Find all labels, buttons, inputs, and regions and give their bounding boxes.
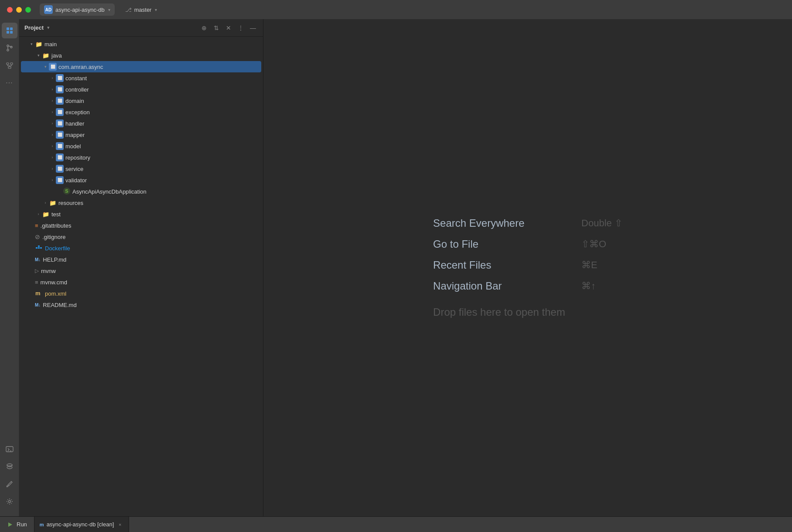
terminal-button[interactable]	[2, 441, 17, 457]
svg-rect-23	[36, 247, 38, 249]
sidebar-more-button[interactable]: ···	[2, 75, 17, 91]
branch-dropdown-icon: ▾	[155, 7, 157, 12]
minimize-sidebar-icon[interactable]: —	[248, 23, 258, 33]
run-tab[interactable]: Run	[0, 517, 34, 532]
svg-text:m: m	[35, 290, 41, 297]
script-icon-mvnw: ▷	[35, 268, 39, 274]
tree-label-pomxml: pom.xml	[45, 290, 258, 297]
sidebar-dropdown-icon[interactable]: ▾	[47, 25, 50, 31]
project-dropdown-icon: ▾	[108, 7, 110, 12]
package-icon-controller: ⬜	[56, 85, 64, 93]
tree-item-helpmd[interactable]: M↓ HELP.md	[21, 254, 261, 265]
tree-label-repository: repository	[65, 154, 258, 161]
tree-item-mvnwcmd[interactable]: ≡ mvnw.cmd	[21, 276, 261, 288]
tree-item-exception[interactable]: ⬜ exception	[21, 106, 261, 118]
tree-item-constant[interactable]: ⬜ constant	[21, 72, 261, 84]
branch-selector[interactable]: ⎇ master ▾	[125, 7, 157, 13]
tree-label-main-class: AsyncApiAsyncDbApplication	[72, 188, 258, 195]
tree-item-dockerfile[interactable]: Dockerfile	[21, 242, 261, 254]
markdown-icon-helpmd: M↓	[35, 257, 41, 262]
drop-label-text: Drop files here to open them	[433, 306, 565, 318]
tree-item-validator[interactable]: ⬜ validator	[21, 174, 261, 186]
tree-item-main-class[interactable]: S AsyncApiAsyncDbApplication	[21, 186, 261, 197]
tree-item-model[interactable]: ⬜ model	[21, 140, 261, 152]
package-icon-exception: ⬜	[56, 108, 64, 116]
tree-item-readmemd[interactable]: M↓ README.md	[21, 299, 261, 310]
sidebar-header-icons: ⊕ ⇅ ✕ ⋮ —	[199, 23, 258, 33]
shortcut-key-goto: ⇧⌘O	[581, 239, 606, 250]
svg-rect-15	[6, 447, 13, 452]
svg-text:S: S	[65, 188, 68, 194]
shortcut-key-search: Double ⇧	[581, 218, 622, 229]
close-file-tab-button[interactable]: ×	[116, 521, 123, 528]
tree-item-controller[interactable]: ⬜ controller	[21, 84, 261, 95]
drop-files-hint: Drop files here to open them	[433, 301, 565, 318]
tree-label-mvnw: mvnw	[41, 268, 258, 274]
sidebar-header: Project ▾ ⊕ ⇅ ✕ ⋮ —	[19, 19, 263, 37]
tree-label-dockerfile: Dockerfile	[45, 245, 258, 252]
minimize-window-button[interactable]	[16, 7, 22, 13]
tree-label-mvnwcmd: mvnw.cmd	[41, 279, 258, 286]
tree-arrow-controller	[49, 86, 56, 93]
spring-class-icon: S	[63, 187, 71, 196]
shortcut-label-goto: Go to File	[433, 238, 573, 250]
tree-arrow-main	[28, 41, 35, 48]
package-icon-validator: ⬜	[56, 176, 64, 184]
tree-item-main[interactable]: 📁 main	[21, 38, 261, 50]
editor-area: Search Everywhere Double ⇧ Go to File ⇧⌘…	[263, 19, 792, 516]
tree-arrow-constant	[49, 75, 56, 82]
sidebar-files-button[interactable]	[2, 23, 17, 38]
tree-label-constant: constant	[65, 75, 258, 82]
shortcut-navigation-bar: Navigation Bar ⌘↑	[433, 280, 596, 292]
shortcut-label-nav: Navigation Bar	[433, 280, 573, 292]
project-name: async-api-async-db	[55, 7, 105, 13]
svg-point-4	[7, 45, 9, 47]
tree-arrow-exception	[49, 109, 56, 116]
tree-item-gitattributes[interactable]: ≡ .gitattributes	[21, 220, 261, 231]
file-tab-clean[interactable]: m async-api-async-db [clean] ×	[34, 517, 129, 532]
tree-item-gitignore[interactable]: ⊘ .gitignore	[21, 231, 261, 242]
tree-arrow-repository	[49, 154, 56, 161]
shortcut-key-nav: ⌘↑	[581, 280, 596, 292]
locate-icon[interactable]: ⊕	[199, 23, 209, 33]
tree-item-handler[interactable]: ⬜ handler	[21, 118, 261, 129]
project-avatar: AD	[44, 5, 53, 14]
tree-label-domain: domain	[65, 98, 258, 104]
tree-item-resources[interactable]: 📁 resources	[21, 197, 261, 208]
svg-rect-2	[7, 31, 9, 34]
tree-item-pomxml[interactable]: m pom.xml	[21, 288, 261, 299]
database-button[interactable]	[2, 459, 17, 474]
sidebar-structure-button[interactable]	[2, 58, 17, 73]
maximize-window-button[interactable]	[25, 7, 31, 13]
tree-label-main: main	[44, 41, 258, 48]
close-sidebar-icon[interactable]: ✕	[224, 23, 233, 33]
svg-rect-9	[10, 63, 13, 65]
file-tab-label: async-api-async-db [clean]	[47, 521, 114, 528]
svg-point-20	[8, 501, 10, 503]
tree-item-test[interactable]: 📁 test	[21, 208, 261, 220]
tree-label-resources: resources	[58, 200, 258, 206]
build-button[interactable]	[2, 476, 17, 492]
svg-rect-25	[38, 246, 40, 247]
more-options-icon[interactable]: ⋮	[236, 23, 246, 33]
tree-item-package-root[interactable]: ⬜ com.amran.async	[21, 61, 261, 72]
shortcut-key-recent: ⌘E	[581, 259, 597, 271]
tree-item-mvnw[interactable]: ▷ mvnw	[21, 265, 261, 276]
tree-item-mapper[interactable]: ⬜ mapper	[21, 129, 261, 140]
tree-item-service[interactable]: ⬜ service	[21, 163, 261, 174]
tree-arrow-handler	[49, 120, 56, 127]
tree-item-java[interactable]: 📁 java	[21, 50, 261, 61]
tree-item-domain[interactable]: ⬜ domain	[21, 95, 261, 106]
sidebar-title: Project	[24, 24, 44, 31]
settings-button[interactable]	[2, 494, 17, 509]
sidebar-git-button[interactable]	[2, 40, 17, 56]
collapse-icon[interactable]: ⇅	[212, 23, 221, 33]
bottom-bar: Run m async-api-async-db [clean] ×	[0, 516, 792, 532]
svg-point-5	[7, 49, 9, 51]
tree-label-model: model	[65, 143, 258, 150]
tree-arrow-mapper	[49, 131, 56, 138]
svg-rect-0	[7, 27, 9, 30]
project-selector[interactable]: AD async-api-async-db ▾	[40, 3, 115, 16]
tree-item-repository[interactable]: ⬜ repository	[21, 152, 261, 163]
close-window-button[interactable]	[7, 7, 13, 13]
